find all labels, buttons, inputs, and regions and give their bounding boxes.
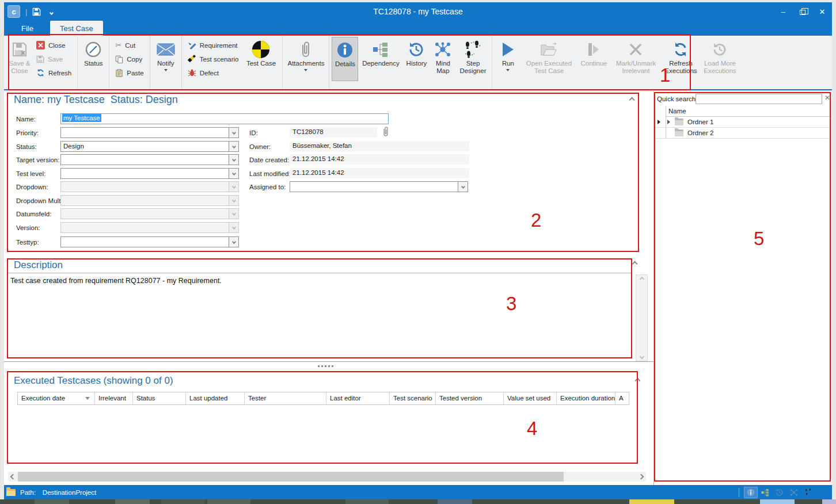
qat-save-icon[interactable]	[32, 7, 41, 16]
paste-button[interactable]: Paste	[112, 66, 147, 79]
column-last-updated[interactable]: Last updated	[185, 392, 244, 404]
load-more-executions-button[interactable]: Load More Executions	[701, 37, 739, 81]
tree-item-label: Ordner 2	[687, 129, 713, 136]
notify-button[interactable]: Notify	[153, 37, 179, 81]
status-button[interactable]: Status	[80, 37, 107, 81]
title-bar: c | TC128078 - my Testcase – ✕	[4, 2, 832, 21]
priority-label: Priority:	[16, 129, 39, 136]
expand-icon[interactable]	[667, 120, 670, 124]
save-and-close-button[interactable]: Save & Close	[6, 37, 33, 81]
horizontal-scrollbar-thumb[interactable]	[18, 472, 564, 482]
splitter-grip[interactable]	[318, 365, 333, 367]
target-version-dropdown-icon[interactable]	[229, 155, 238, 165]
tab-test-case[interactable]: Test Case	[50, 21, 103, 36]
app-icon[interactable]: c	[7, 5, 20, 18]
statusbar-details-icon[interactable]	[744, 487, 758, 498]
column-test-scenario[interactable]: Test scenario	[389, 392, 435, 404]
assigned-to-dropdown-icon[interactable]	[458, 182, 468, 192]
statusbar-history-icon[interactable]	[773, 487, 786, 498]
step-designer-view-button[interactable]: Step Designer	[456, 37, 489, 81]
refresh-button[interactable]: Refresh	[33, 66, 75, 79]
attachments-button[interactable]: Attachments	[285, 37, 326, 81]
close-window-button[interactable]: ✕	[812, 2, 832, 21]
column-status[interactable]: Status	[132, 392, 185, 404]
target-version-select[interactable]	[60, 154, 239, 165]
scroll-left-icon[interactable]	[8, 472, 18, 482]
column-execution-date[interactable]: Execution date	[18, 392, 94, 404]
column-tester[interactable]: Tester	[244, 392, 326, 404]
splitter-line[interactable]	[4, 361, 653, 362]
ribbon-group-actions: Save & Close Close Save Refresh	[4, 36, 78, 89]
assigned-to-select[interactable]	[290, 181, 468, 192]
column-last-editor[interactable]: Last editor	[326, 392, 389, 404]
column-tested-version[interactable]: Tested version	[435, 392, 503, 404]
status-dropdown-icon[interactable]	[229, 142, 238, 151]
status-bar: Path: DestinationProject	[4, 485, 832, 499]
run-button[interactable]: Run	[495, 37, 521, 81]
scroll-right-icon[interactable]	[636, 472, 646, 482]
create-test-case-button[interactable]: Test Case	[242, 37, 280, 81]
testtyp-dropdown-icon[interactable]	[229, 237, 238, 247]
column-irrelevant[interactable]: Irrelevant	[94, 392, 132, 404]
test-case-quadrant-icon	[252, 39, 270, 60]
statusbar-mind-map-icon[interactable]	[787, 487, 801, 498]
test-level-select[interactable]	[60, 168, 239, 179]
cut-button[interactable]: ✂ Cut	[112, 39, 147, 52]
last-modified-value: 21.12.2015 14:42	[290, 168, 469, 178]
tree-item-label: Ordner 1	[687, 119, 713, 125]
tree-row-ordner-2[interactable]: Ordner 2	[654, 128, 831, 139]
priority-dropdown-icon[interactable]	[229, 128, 238, 138]
create-requirement-button[interactable]: Requirement	[184, 39, 242, 52]
ribbon-tab-row: File Test Case	[4, 21, 832, 36]
details-view-button[interactable]: Details	[332, 37, 358, 81]
mark-unmark-irrelevant-button[interactable]: Mark/Unmark Irrelevant	[611, 37, 660, 81]
create-defect-button[interactable]: Defect	[184, 66, 242, 79]
id-link-icon[interactable]	[382, 126, 389, 138]
statusbar-dependency-icon[interactable]	[758, 487, 772, 498]
restore-button[interactable]	[793, 2, 812, 21]
copy-button[interactable]: Copy	[112, 52, 147, 66]
tree-row-ordner-1[interactable]: Ordner 1	[654, 117, 831, 128]
qat-dropdown-icon[interactable]	[50, 6, 53, 17]
status-select[interactable]: Design	[60, 141, 239, 152]
create-test-scenario-button[interactable]: Test scenario	[184, 52, 242, 66]
refresh-executions-button[interactable]: Refresh Executions	[660, 37, 701, 81]
column-a-truncated[interactable]: A	[615, 392, 629, 404]
continue-button[interactable]: Continue	[576, 37, 611, 81]
ribbon-group-views: Details Dependency History Mind Map Step…	[329, 36, 492, 89]
close-button[interactable]: Close	[33, 39, 75, 52]
column-value-set-used[interactable]: Value set used	[503, 392, 556, 404]
column-execution-duration[interactable]: Execution duration	[556, 392, 615, 404]
ribbon-group-notify: Notify	[150, 36, 182, 89]
description-body: Test case created from requirement RQ128…	[10, 277, 586, 285]
tree-header-name[interactable]: Name	[666, 106, 831, 117]
test-scenario-icon	[188, 55, 196, 63]
name-selected-text: my Testcase	[62, 114, 101, 122]
id-value: TC128078	[290, 127, 377, 138]
testtyp-select[interactable]	[60, 236, 239, 247]
description-scrollbar-down-icon[interactable]	[639, 354, 644, 359]
quick-search-input[interactable]	[696, 94, 822, 104]
name-input[interactable]: my Testcase	[60, 113, 389, 124]
description-scrollbar[interactable]	[636, 274, 648, 361]
open-executed-test-case-button[interactable]: Open Executed Test Case	[521, 37, 576, 81]
windows-taskbar[interactable]	[0, 499, 836, 504]
status-label: Status:	[16, 143, 37, 150]
history-view-button[interactable]: History	[403, 37, 430, 81]
description-scrollbar-up-icon[interactable]	[639, 277, 644, 281]
minimize-button[interactable]: –	[773, 2, 793, 21]
path-label: Path:	[20, 489, 36, 496]
horizontal-scrollbar[interactable]	[8, 472, 646, 482]
save-button[interactable]: Save	[33, 52, 75, 66]
statusbar-step-designer-icon[interactable]	[801, 487, 815, 498]
priority-select[interactable]	[60, 127, 239, 138]
target-version-label: Target version:	[16, 156, 59, 163]
dependency-view-button[interactable]: Dependency	[358, 37, 403, 81]
quick-search-close-icon[interactable]: ✕	[823, 94, 831, 103]
window-title: TC128078 - my Testcase	[4, 7, 832, 16]
tab-file[interactable]: File	[12, 21, 43, 36]
datumsfeld-label: Datumsfeld:	[16, 211, 51, 217]
mind-map-view-button[interactable]: Mind Map	[430, 37, 456, 81]
row-selector-icon	[658, 120, 660, 124]
test-level-dropdown-icon[interactable]	[229, 169, 238, 178]
